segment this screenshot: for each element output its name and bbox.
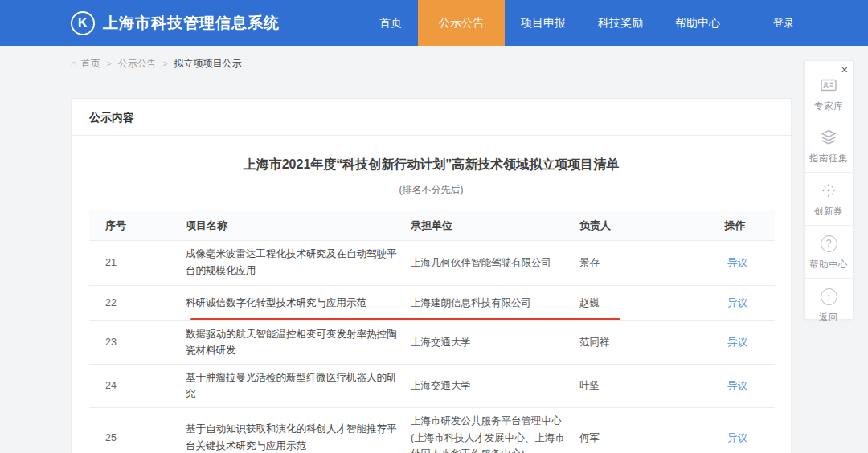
question-icon: ? [819,234,838,253]
login-link[interactable]: 登录 [773,0,794,46]
col-header-name: 项目名称 [186,211,411,240]
col-header-person: 负责人 [579,211,700,240]
float-item-label: 帮助中心 [809,259,848,271]
close-icon[interactable]: × [841,64,848,76]
home-icon: ⌂ [71,58,77,70]
objection-link[interactable]: 异议 [727,297,747,308]
brand-name: 上海市科技管理信息系统 [103,13,280,34]
cell-project-name: 数据驱动的航天智能温控相变可变发射率热控陶瓷材料研发 [186,320,411,364]
cell-person: 景存 [579,240,700,285]
table-row: 24 基于肿瘤拉曼光活检的新型纤微医疗机器人的研究 上海交通大学 叶坚 异议 [89,364,775,407]
scatter-dots-icon [819,181,838,200]
cell-org: 上海交通大学 [411,364,579,407]
main-nav: 首页 公示公告 项目申报 科技奖励 帮助中心 [363,0,736,46]
cell-person: 赵巍 [579,285,700,320]
brand-logo-icon: K [71,11,95,35]
table-header-row: 序号 项目名称 承担单位 负责人 操作 [89,211,775,240]
objection-link[interactable]: 异议 [727,337,747,348]
objection-link[interactable]: 异议 [727,432,747,443]
top-navbar: K 上海市科技管理信息系统 首页 公示公告 项目申报 科技奖励 帮助中心 登录 [0,0,868,46]
nav-item-project-apply[interactable]: 项目申报 [505,0,582,46]
float-item-innovation-voucher[interactable]: 创新券 [805,172,853,225]
cell-no: 25 [89,408,186,453]
list-subtitle: (排名不分先后) [72,183,791,197]
nav-item-home[interactable]: 首页 [363,0,418,46]
cell-org: 上海交通大学 [411,320,579,364]
cell-no: 24 [89,364,186,407]
objection-link[interactable]: 异议 [727,257,747,268]
cell-org: 上海建朗信息科技有限公司 [411,285,579,320]
row-highlight-underline [190,318,620,320]
breadcrumb: ⌂ 首页 > 公示公告 > 拟立项项目公示 [0,46,868,81]
breadcrumb-home[interactable]: 首页 [81,57,100,71]
col-header-no: 序号 [89,211,186,240]
float-item-help-center[interactable]: ? 帮助中心 [805,225,853,278]
list-title: 上海市2021年度“科技创新行动计划”高新技术领域拟立项项目清单 [72,157,791,173]
cell-org: 上海几何伙伴智能驾驶有限公司 [411,240,579,285]
float-item-label: 创新券 [814,206,843,218]
breadcrumb-current: 拟立项项目公示 [174,57,242,71]
breadcrumb-separator: > [107,59,112,68]
objection-link[interactable]: 异议 [727,380,747,391]
table-row: 25 基于自动知识获取和演化的科创人才智能推荐平台关键技术研究与应用示范 上海市… [89,408,775,453]
cell-org: 上海市研发公共服务平台管理中心(上海市科技人才发展中心、上海市外国人来华工作服务… [411,408,579,453]
float-item-label: 专家库 [814,100,843,112]
cell-no: 23 [89,320,186,364]
cell-project-name: 基于自动知识获取和演化的科创人才智能推荐平台关键技术研究与应用示范 [186,408,411,453]
float-item-guide-collection[interactable]: 指南征集 [805,120,853,172]
id-card-icon [819,76,838,95]
table-row-highlighted: 22 科研诚信数字化转型技术研究与应用示范 上海建朗信息科技有限公司 赵巍 异议 [89,285,775,320]
cell-project-name: 成像毫米波雷达工程化技术研究及在自动驾驶平台的规模化应用 [186,240,411,285]
breadcrumb-separator: > [163,59,168,68]
cell-person: 叶坚 [579,364,700,407]
float-item-back[interactable]: ↑ 返回 [805,278,853,331]
table-row: 23 数据驱动的航天智能温控相变可变发射率热控陶瓷材料研发 上海交通大学 范同祥… [89,320,775,364]
layers-icon [819,128,838,147]
float-item-label: 指南征集 [809,153,848,165]
nav-item-help[interactable]: 帮助中心 [659,0,736,46]
col-header-org: 承担单位 [411,211,579,240]
col-header-action: 操作 [700,211,775,240]
quick-access-panel: × 专家库 指南征集 [804,60,854,320]
brand[interactable]: K 上海市科技管理信息系统 [71,11,280,35]
cell-person: 何军 [579,408,700,453]
cell-project-name: 科研诚信数字化转型技术研究与应用示范 [186,285,411,320]
section-title: 公示内容 [72,99,791,136]
cell-no: 21 [89,240,186,285]
nav-item-awards[interactable]: 科技奖励 [582,0,659,46]
breadcrumb-announcements[interactable]: 公示公告 [118,57,157,71]
announcement-card: 公示内容 上海市2021年度“科技创新行动计划”高新技术领域拟立项项目清单 (排… [71,98,792,453]
cell-no: 22 [89,285,186,320]
back-to-top-icon: ↑ [819,287,838,306]
float-item-label: 返回 [819,312,838,324]
cell-person: 范同祥 [579,320,700,364]
table-row: 21 成像毫米波雷达工程化技术研究及在自动驾驶平台的规模化应用 上海几何伙伴智能… [89,240,775,285]
nav-item-announcements[interactable]: 公示公告 [418,0,505,46]
cell-project-name: 基于肿瘤拉曼光活检的新型纤微医疗机器人的研究 [186,364,411,407]
project-table: 序号 项目名称 承担单位 负责人 操作 21 成像毫米波雷达工程化技术研究及在自… [89,211,773,453]
